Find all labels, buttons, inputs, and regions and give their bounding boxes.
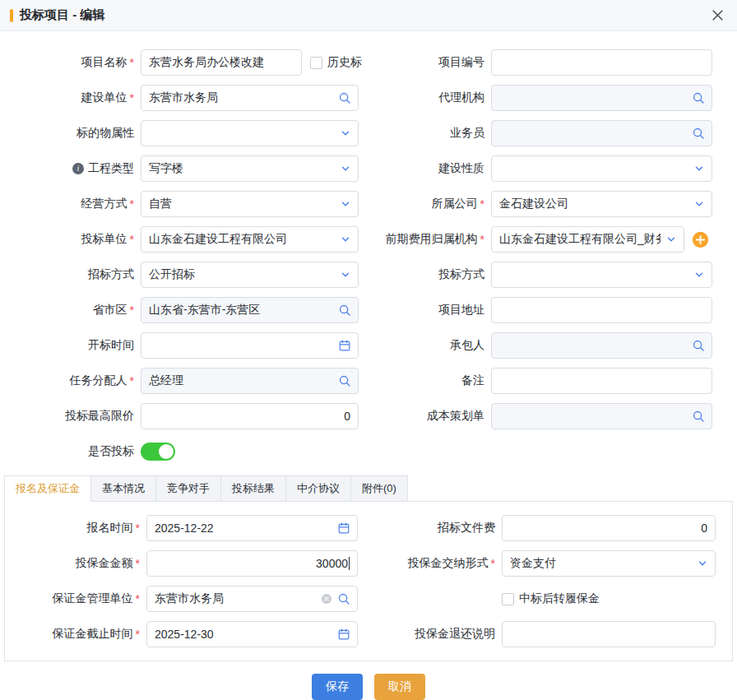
chevron-down-icon[interactable] [694, 270, 704, 280]
salesman-input[interactable] [499, 127, 687, 140]
agency-field[interactable] [491, 85, 712, 111]
project-address-input[interactable] [499, 304, 704, 317]
construction-unit-field[interactable] [141, 85, 359, 111]
deposit-amount-field[interactable]: 30000 [146, 550, 358, 577]
search-icon[interactable] [338, 593, 350, 605]
chevron-down-icon[interactable] [341, 234, 350, 244]
task-assignee-label: 任务分配人 [70, 373, 127, 388]
row-tender-method: 招标方式 [7, 262, 362, 288]
chevron-down-icon[interactable] [698, 559, 707, 568]
row-deposit-amount: 投保金金额 30000 [5, 550, 358, 577]
info-icon[interactable] [72, 163, 84, 174]
construction-nature-label: 建设性质 [438, 161, 484, 176]
tab-attachments[interactable]: 附件(0) [350, 475, 408, 502]
bid-open-time-field[interactable] [141, 332, 359, 359]
task-assignee-input[interactable] [149, 374, 333, 387]
project-address-field [491, 297, 712, 323]
chevron-down-icon[interactable] [341, 164, 350, 174]
tender-method-value[interactable] [149, 268, 335, 281]
project-type-value[interactable] [149, 162, 335, 175]
row-bidding-unit: 投标单位 [7, 226, 362, 253]
tab-signup-deposit[interactable]: 报名及保证金 [4, 475, 91, 502]
tender-doc-fee-input[interactable] [510, 522, 707, 535]
contractor-input[interactable] [499, 339, 687, 352]
required-marker [489, 557, 495, 570]
tab-bid-result[interactable]: 投标结果 [220, 475, 286, 502]
region-input[interactable] [149, 304, 333, 317]
row-agency: 代理机构 [369, 85, 712, 111]
search-icon[interactable] [693, 127, 704, 139]
chevron-down-icon[interactable] [694, 164, 704, 174]
bidding-unit-value[interactable] [149, 233, 335, 246]
deposit-pay-form-value[interactable] [510, 557, 692, 570]
deposit-pay-form-select[interactable] [502, 550, 716, 577]
project-code-input[interactable] [499, 56, 704, 69]
salesman-field[interactable] [491, 120, 712, 146]
chevron-down-icon[interactable] [666, 234, 676, 244]
search-icon[interactable] [339, 375, 350, 387]
subject-property-select[interactable] [141, 120, 359, 146]
search-icon[interactable] [339, 92, 350, 104]
company-value[interactable] [499, 197, 688, 211]
signup-time-field[interactable] [146, 515, 358, 541]
chevron-down-icon[interactable] [694, 199, 704, 209]
tender-method-select[interactable] [141, 262, 359, 288]
row-signup-time: 报名时间 [5, 515, 358, 541]
bid-open-time-input[interactable] [149, 339, 333, 352]
bidding-unit-select[interactable] [141, 226, 359, 253]
construction-nature-select[interactable] [491, 155, 712, 182]
cancel-button[interactable]: 取消 [374, 674, 425, 700]
contractor-field[interactable] [491, 332, 712, 359]
calendar-icon[interactable] [338, 628, 350, 640]
search-icon[interactable] [339, 304, 350, 316]
company-select[interactable] [491, 191, 712, 217]
operation-mode-select[interactable] [141, 191, 359, 217]
bid-method-value[interactable] [499, 268, 688, 281]
tab-competitors[interactable]: 竞争对手 [155, 475, 221, 502]
construction-unit-input[interactable] [149, 91, 333, 104]
chevron-down-icon[interactable] [341, 199, 350, 209]
chevron-down-icon[interactable] [341, 128, 350, 138]
calendar-icon[interactable] [338, 522, 350, 534]
expense-org-value[interactable] [499, 233, 661, 246]
signup-time-input[interactable] [155, 522, 332, 535]
search-icon[interactable] [693, 92, 704, 104]
remark-input[interactable] [499, 374, 704, 387]
subject-property-value[interactable] [149, 127, 335, 140]
agency-input[interactable] [499, 91, 687, 104]
transfer-after-win-checkbox[interactable] [502, 593, 514, 605]
close-icon[interactable] [712, 9, 724, 21]
deposit-manage-unit-input[interactable] [155, 592, 315, 605]
construction-nature-value[interactable] [499, 162, 688, 175]
project-name-field [141, 49, 302, 76]
tender-doc-fee-field [502, 515, 716, 541]
deposit-manage-unit-field[interactable] [146, 586, 358, 612]
history-flag-checkbox[interactable] [310, 57, 322, 69]
clear-icon[interactable] [321, 593, 332, 605]
bid-method-select[interactable] [491, 262, 712, 288]
project-name-input[interactable] [149, 56, 294, 69]
tab-agency-agreement[interactable]: 中介协议 [285, 475, 351, 502]
tab-panel-signup-deposit: 报名时间 投保金金额 30000 保证金管理单位 [4, 501, 733, 661]
is-bidding-toggle[interactable] [141, 443, 175, 461]
project-type-select[interactable] [141, 155, 359, 182]
deposit-deadline-input[interactable] [155, 628, 332, 641]
region-field[interactable] [141, 297, 359, 323]
expense-org-select[interactable] [491, 226, 684, 253]
row-project-name: 项目名称 历史标 [7, 49, 362, 76]
add-org-icon[interactable] [692, 231, 709, 248]
deposit-refund-note-input[interactable] [510, 628, 707, 641]
deposit-deadline-field[interactable] [146, 621, 358, 647]
cost-plan-input[interactable] [499, 410, 687, 423]
task-assignee-field[interactable] [141, 368, 359, 394]
tab-basic-info[interactable]: 基本情况 [90, 475, 156, 502]
operation-mode-value[interactable] [149, 197, 335, 211]
panel-left-column: 报名时间 投保金金额 30000 保证金管理单位 [5, 515, 358, 656]
search-icon[interactable] [693, 410, 704, 422]
max-bid-price-input[interactable] [149, 410, 350, 423]
search-icon[interactable] [693, 340, 704, 351]
cost-plan-field[interactable] [491, 403, 712, 429]
chevron-down-icon[interactable] [341, 270, 350, 280]
calendar-icon[interactable] [339, 340, 350, 351]
save-button[interactable]: 保存 [312, 674, 363, 700]
